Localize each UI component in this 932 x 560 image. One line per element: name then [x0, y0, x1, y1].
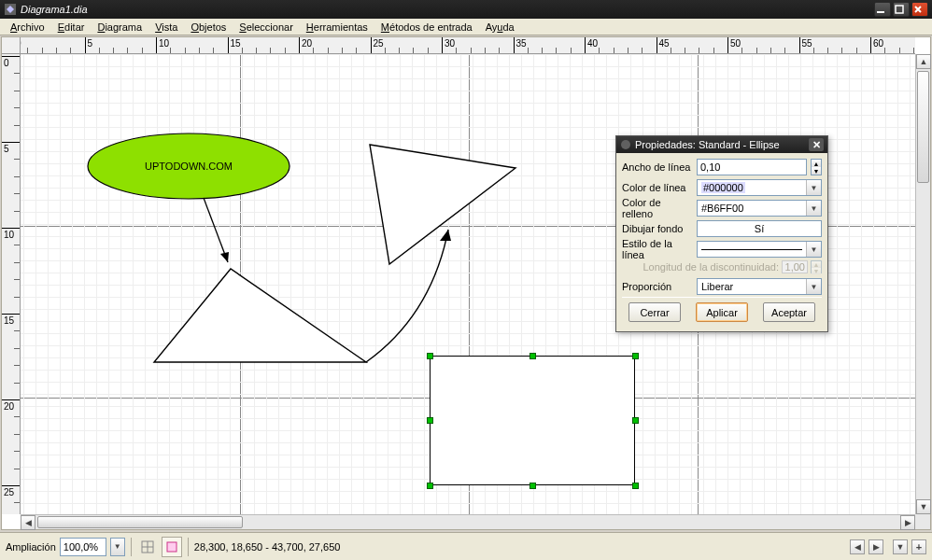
ruler-vertical: 0510152025 — [2, 54, 21, 514]
window-title: Diagrama1.dia — [21, 4, 874, 15]
input-ancho-linea[interactable]: 0,10 — [697, 159, 807, 175]
chevron-down-icon[interactable]: ▼ — [806, 279, 821, 294]
coordinates-readout: 28,300, 18,650 - 43,700, 27,650 — [194, 541, 341, 553]
aplicar-button[interactable]: Aplicar — [696, 302, 748, 322]
menu-metodos[interactable]: Métodos de entrada — [374, 21, 479, 34]
dialog-title-text: Propiedades: Standard - Ellipse — [635, 139, 809, 150]
v-scroll-thumb[interactable] — [917, 71, 929, 183]
svg-rect-1 — [877, 11, 884, 13]
svg-rect-2 — [896, 6, 903, 13]
menubar: Archivo Editar Diagrama Vista Objetos Se… — [0, 19, 932, 35]
svg-marker-4 — [440, 230, 451, 241]
triangle-top[interactable] — [370, 145, 515, 264]
label-estilo-linea: Estilo de la línea — [622, 238, 693, 260]
dialog-close-button[interactable]: ✕ — [809, 138, 824, 151]
select-proporcion[interactable]: Liberar ▼ — [697, 278, 822, 295]
nav-right-button[interactable]: ▶ — [868, 539, 883, 554]
selection-handle[interactable] — [530, 483, 536, 489]
horizontal-scrollbar[interactable]: ◀ ▶ — [21, 514, 915, 529]
nav-down-button[interactable]: ▼ — [893, 539, 908, 554]
label-color-linea: Color de línea — [622, 182, 693, 193]
zoom-dropdown[interactable]: ▼ — [110, 538, 125, 556]
maximize-button[interactable] — [893, 2, 910, 17]
snap-icon — [165, 540, 178, 553]
rectangle-shape[interactable] — [430, 356, 635, 485]
cerrar-button[interactable]: Cerrar — [628, 302, 681, 322]
zoom-label: Ampliación — [6, 541, 56, 553]
label-proporcion: Proporción — [622, 281, 693, 292]
grid-icon — [141, 540, 154, 553]
svg-point-5 — [621, 140, 630, 149]
window-titlebar: Diagrama1.dia — [0, 0, 932, 19]
close-button[interactable] — [911, 2, 928, 17]
nav-left-button[interactable]: ◀ — [850, 539, 865, 554]
aceptar-button[interactable]: Aceptar — [763, 302, 815, 322]
label-color-relleno: Color de relleno — [622, 197, 693, 219]
scroll-left-arrow[interactable]: ◀ — [21, 515, 35, 530]
toggle-snap-button[interactable] — [162, 537, 182, 557]
menu-archivo[interactable]: Archivo — [4, 21, 51, 34]
select-color-linea[interactable]: #000000 ▼ — [697, 179, 822, 196]
properties-dialog: Propiedades: Standard - Ellipse ✕ Ancho … — [615, 135, 828, 332]
scroll-up-arrow[interactable]: ▲ — [916, 54, 931, 69]
label-discontinuidad: Longitud de la discontinuidad: — [643, 261, 779, 273]
vertical-scrollbar[interactable]: ▲ ▼ — [915, 54, 930, 514]
toggle-dibujar-fondo[interactable]: Sí — [697, 220, 822, 237]
minimize-button[interactable] — [874, 2, 891, 17]
selection-handle[interactable] — [530, 353, 536, 359]
ruler-horizontal: 051015202530354045505560 — [21, 37, 915, 54]
select-color-relleno[interactable]: #B6FF00 ▼ — [697, 200, 822, 217]
toggle-grid-button[interactable] — [137, 537, 158, 557]
menu-seleccionar[interactable]: Seleccionar — [233, 21, 299, 34]
chevron-down-icon[interactable]: ▼ — [806, 180, 821, 195]
menu-ayuda[interactable]: Ayuda — [479, 21, 521, 34]
svg-rect-9 — [167, 542, 177, 552]
nav-add-button[interactable]: + — [911, 539, 926, 554]
menu-vista[interactable]: Vista — [148, 21, 184, 34]
chevron-down-icon[interactable]: ▼ — [806, 242, 821, 257]
selection-handle[interactable] — [427, 353, 433, 359]
svg-marker-3 — [220, 252, 229, 262]
ellipse-text: UPTODOWN.COM — [145, 161, 233, 172]
zoom-combo[interactable]: 100,0% — [60, 538, 106, 556]
selection-handle[interactable] — [427, 483, 433, 489]
menu-editar[interactable]: Editar — [51, 21, 92, 34]
chevron-down-icon[interactable]: ▼ — [806, 201, 821, 216]
select-estilo-linea[interactable]: ▼ — [697, 241, 822, 258]
selection-handle[interactable] — [632, 353, 639, 359]
dialog-titlebar[interactable]: Propiedades: Standard - Ellipse ✕ — [616, 136, 827, 153]
label-dibujar-fondo: Dibujar fondo — [622, 223, 693, 234]
spinner-discontinuidad: ▲▼ — [811, 260, 822, 273]
scroll-down-arrow[interactable]: ▼ — [916, 499, 931, 514]
menu-objetos[interactable]: Objetos — [184, 21, 233, 34]
statusbar: Ampliación 100,0% ▼ 28,300, 18,650 - 43,… — [0, 532, 932, 560]
menu-diagrama[interactable]: Diagrama — [91, 21, 148, 34]
menu-herramientas[interactable]: Herramientas — [300, 21, 374, 34]
selection-handle[interactable] — [632, 417, 639, 424]
selection-handle[interactable] — [632, 483, 639, 489]
dialog-icon — [620, 139, 631, 150]
scroll-corner — [915, 514, 930, 529]
triangle-bottom[interactable] — [154, 269, 366, 362]
scroll-right-arrow[interactable]: ▶ — [900, 515, 915, 530]
workspace: 051015202530354045505560 0510152025 UPTO… — [1, 36, 931, 530]
arrow-straight[interactable] — [204, 198, 228, 262]
spinner-ancho-linea[interactable]: ▲▼ — [811, 159, 822, 175]
app-icon — [4, 3, 17, 16]
input-discontinuidad: 1,00 — [782, 260, 808, 273]
h-scroll-thumb[interactable] — [37, 516, 243, 528]
selection-handle[interactable] — [427, 417, 433, 424]
ruler-corner — [2, 37, 21, 54]
label-ancho-linea: Ancho de línea — [622, 161, 693, 173]
